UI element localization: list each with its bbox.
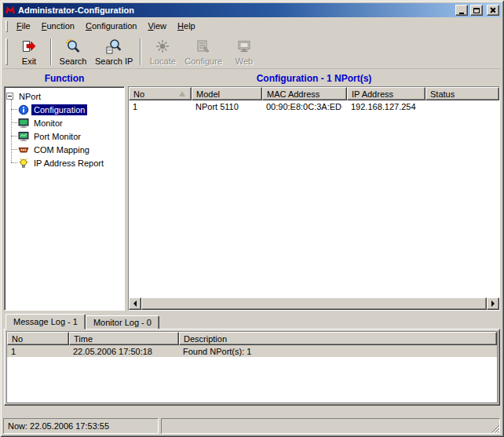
tree-expand-icon[interactable] xyxy=(6,93,13,100)
log-cell-no: 1 xyxy=(7,347,69,356)
window-filler xyxy=(3,406,501,418)
log-tab-page: No Time Description 1 22.05.2006 17:50:1… xyxy=(4,329,500,406)
status-now: Now: 22.05.2006 17:53:55 xyxy=(3,418,159,434)
configuration-panel: Configuration - 1 NPort(s) No Model MAC … xyxy=(128,71,500,311)
tree-item-ip-address-report[interactable]: IP Address Report xyxy=(11,156,122,169)
menu-view[interactable]: View xyxy=(142,19,172,33)
nport-table-header: No Model MAC Address IP Address Status xyxy=(129,87,499,100)
toolbar-grip[interactable] xyxy=(5,38,8,65)
status-bar: Now: 22.05.2006 17:53:55 xyxy=(3,418,501,434)
maximize-button[interactable] xyxy=(470,5,483,16)
toolbar-separator xyxy=(140,38,141,65)
column-header-model[interactable]: Model xyxy=(192,87,262,100)
tree-item-com-mapping[interactable]: COM Mapping xyxy=(11,143,122,156)
log-cell-description: Found NPort(s): 1 xyxy=(179,347,497,356)
resize-grip[interactable] xyxy=(490,423,500,433)
cell-no: 1 xyxy=(129,102,192,111)
function-panel-header: Function xyxy=(4,71,125,86)
resize-grip-icon xyxy=(491,424,500,433)
locate-icon xyxy=(155,38,170,54)
scroll-right-icon xyxy=(491,300,495,307)
log-empty-area xyxy=(7,357,497,402)
menu-bar: File Function Configuration View Help xyxy=(3,17,501,35)
log-table: No Time Description 1 22.05.2006 17:50:1… xyxy=(6,331,498,403)
search-ip-button[interactable]: Search IP xyxy=(91,37,137,67)
close-button[interactable] xyxy=(487,5,499,16)
tree-item-port-monitor[interactable]: Port Monitor xyxy=(11,129,122,143)
com-mapping-icon xyxy=(18,144,29,155)
menu-configuration[interactable]: Configuration xyxy=(80,19,142,33)
log-table-header: No Time Description xyxy=(7,332,497,345)
search-button[interactable]: Search xyxy=(55,37,91,67)
cell-mac-address: 00:90:E8:0C:3A:ED xyxy=(262,102,347,111)
cell-ip-address: 192.168.127.254 xyxy=(347,102,425,111)
tab-monitor-log[interactable]: Monitor Log - 0 xyxy=(86,315,159,329)
sort-ascending-icon xyxy=(179,91,185,97)
column-header-no[interactable]: No xyxy=(129,87,192,100)
tree-root-label[interactable]: NPort xyxy=(16,91,43,102)
minimize-button[interactable] xyxy=(455,5,468,16)
nport-table: No Model MAC Address IP Address Status 1… xyxy=(128,86,500,311)
configure-button: Configure xyxy=(181,37,226,67)
column-header-mac-address[interactable]: MAC Address xyxy=(262,87,347,100)
log-column-header-time[interactable]: Time xyxy=(69,332,179,345)
maximize-icon xyxy=(473,8,480,13)
close-icon xyxy=(490,7,496,13)
toolbar-separator xyxy=(50,38,52,65)
window-title: Administrator-Configuration xyxy=(18,5,453,15)
tree-item-configuration[interactable]: Configuration xyxy=(11,103,122,116)
log-tabs: Message Log - 1 Monitor Log - 0 xyxy=(4,313,500,329)
tab-message-log[interactable]: Message Log - 1 xyxy=(5,314,86,330)
tree-children: Configuration Monitor Port xyxy=(11,103,122,169)
lightbulb-icon xyxy=(18,158,29,169)
menu-file[interactable]: File xyxy=(11,19,36,33)
log-cell-time: 22.05.2006 17:50:18 xyxy=(69,347,179,356)
menu-help[interactable]: Help xyxy=(172,19,201,33)
log-column-header-description[interactable]: Description xyxy=(179,332,497,345)
app-icon xyxy=(5,5,16,16)
tree-item-monitor[interactable]: Monitor xyxy=(11,116,122,129)
main-area: Function NPort Configuration xyxy=(3,71,501,311)
web-icon xyxy=(236,38,252,54)
exit-icon xyxy=(21,38,37,54)
port-monitor-icon xyxy=(18,131,29,142)
log-column-header-no[interactable]: No xyxy=(7,332,69,345)
scroll-left-icon xyxy=(133,300,137,307)
menu-grip[interactable] xyxy=(5,20,8,32)
table-row[interactable]: 1 NPort 5110 00:90:E8:0C:3A:ED 192.168.1… xyxy=(129,100,499,113)
log-panel: Message Log - 1 Monitor Log - 0 No Time … xyxy=(4,313,500,406)
column-header-status[interactable]: Status xyxy=(425,87,499,100)
exit-button[interactable]: Exit xyxy=(11,37,47,67)
configuration-panel-header: Configuration - 1 NPort(s) xyxy=(128,71,500,86)
column-header-no-label: No xyxy=(133,89,144,99)
minimize-icon xyxy=(459,13,464,14)
menu-function[interactable]: Function xyxy=(36,19,80,33)
app-window: Administrator-Configuration File Functio… xyxy=(0,0,504,437)
search-icon xyxy=(65,38,81,54)
toolbar: Exit Search xyxy=(3,35,501,69)
web-button: Web xyxy=(226,37,262,67)
table-empty-area xyxy=(129,113,499,297)
configure-icon xyxy=(195,38,211,54)
monitor-icon xyxy=(18,118,29,129)
scroll-right-button[interactable] xyxy=(487,297,499,310)
search-ip-icon xyxy=(106,38,122,54)
locate-button: Locate xyxy=(144,37,181,67)
function-tree: NPort Configuration xyxy=(5,87,124,172)
function-panel: Function NPort Configuration xyxy=(4,71,125,311)
scroll-left-button[interactable] xyxy=(129,297,141,310)
title-bar: Administrator-Configuration xyxy=(3,3,501,17)
cell-model: NPort 5110 xyxy=(192,102,262,111)
scrollbar-thumb[interactable] xyxy=(141,297,487,310)
status-empty-panel xyxy=(161,418,500,434)
column-header-ip-address[interactable]: IP Address xyxy=(347,87,425,100)
info-icon xyxy=(18,104,29,115)
horizontal-scrollbar[interactable] xyxy=(129,297,499,310)
log-row[interactable]: 1 22.05.2006 17:50:18 Found NPort(s): 1 xyxy=(7,345,497,357)
tree-root-row[interactable]: NPort xyxy=(6,89,122,103)
function-tree-container: NPort Configuration xyxy=(4,86,125,311)
